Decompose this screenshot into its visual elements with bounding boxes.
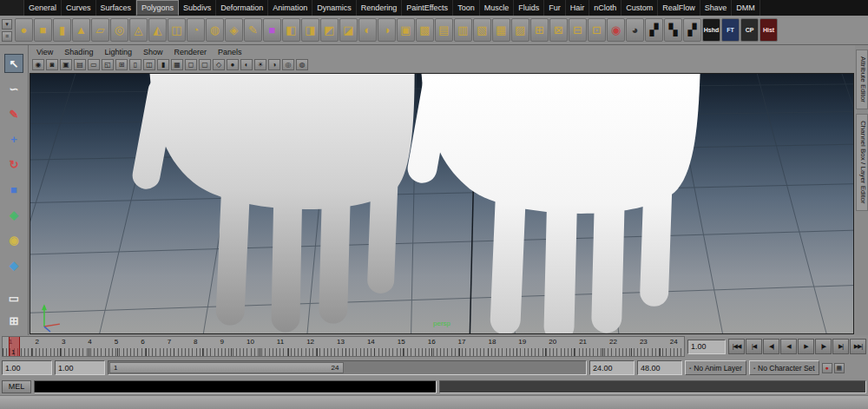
poly-helix[interactable]: ◔ xyxy=(187,18,205,42)
poly-cylinder[interactable]: ▮ xyxy=(53,18,71,42)
playback-start-field[interactable] xyxy=(55,360,105,375)
ft-button[interactable]: FT xyxy=(721,18,740,42)
tab-channel-box-layer-editor[interactable]: Channel Box / Layer Editor xyxy=(856,114,868,211)
poly-sphere[interactable]: ● xyxy=(15,18,33,42)
camera-attributes-icon[interactable]: ▣ xyxy=(60,59,72,70)
menu-tab[interactable]: Subdivs xyxy=(179,0,216,16)
insert-edge-loop[interactable]: ▦ xyxy=(492,18,510,42)
film-gate-icon[interactable]: ▯ xyxy=(129,59,141,70)
quadrangulate[interactable]: ▤ xyxy=(435,18,453,42)
playback-end-field[interactable] xyxy=(589,360,635,375)
extrude[interactable]: ⊠ xyxy=(549,18,568,42)
menu-tab[interactable]: Fur xyxy=(544,0,566,16)
uv-checker-sphere[interactable]: ◕ xyxy=(626,18,644,42)
command-line-language-button[interactable]: MEL xyxy=(2,380,31,393)
select-camera-icon[interactable]: ◉ xyxy=(32,59,44,70)
smooth[interactable]: ▣ xyxy=(397,18,415,42)
scale-tool[interactable]: ■ xyxy=(4,180,23,199)
menu-tab[interactable]: Hair xyxy=(566,0,590,16)
offset-edge-loop[interactable]: ▨ xyxy=(511,18,529,42)
wireframe-icon[interactable]: ◇ xyxy=(213,59,225,70)
shadows-icon[interactable]: ◑ xyxy=(268,59,280,70)
poly-plane[interactable]: ▱ xyxy=(91,18,109,42)
poly-platonic-solid[interactable]: ◈ xyxy=(225,18,243,42)
panel-menu-item[interactable]: Renderer xyxy=(174,48,207,56)
menu-tab[interactable]: Muscle xyxy=(480,0,515,16)
viewport-scene[interactable] xyxy=(30,74,853,333)
panel-menu-item[interactable]: Panels xyxy=(218,48,242,56)
shelf-tab-button[interactable]: ▾ xyxy=(2,19,12,30)
shelf-menu-button[interactable]: ≡ xyxy=(2,31,12,42)
menu-tab[interactable]: Toon xyxy=(453,0,480,16)
boolean-union[interactable]: ◐ xyxy=(358,18,377,42)
textured-icon[interactable]: ◐ xyxy=(240,59,253,70)
triangulate[interactable]: ▥ xyxy=(454,18,472,42)
select-tool[interactable]: ↖ xyxy=(4,54,23,73)
lights-icon[interactable]: ☀ xyxy=(254,59,266,70)
poly-pyramid[interactable]: ◭ xyxy=(148,18,167,42)
menu-tab[interactable]: DMM xyxy=(732,0,760,16)
rotate-tool[interactable]: ↻ xyxy=(4,155,23,174)
xray-icon[interactable]: ◍ xyxy=(296,59,308,70)
sculpt-geometry-tool[interactable]: ✎ xyxy=(244,18,262,42)
panel-menu-item[interactable]: Lighting xyxy=(104,48,132,56)
menu-tab[interactable]: Rendering xyxy=(357,0,403,16)
viewport-canvas[interactable]: persp xyxy=(30,73,854,334)
checker-flag-c[interactable]: ▞ xyxy=(683,18,701,42)
combine[interactable]: ◨ xyxy=(301,18,319,42)
2d-pan-zoom-icon[interactable]: ◱ xyxy=(102,59,114,70)
show-manipulator-tool[interactable]: ◆ xyxy=(4,255,23,274)
play-forward-button[interactable]: ▶ xyxy=(798,339,814,354)
resolution-gate-icon[interactable]: ◫ xyxy=(143,59,155,70)
bookmarks-icon[interactable]: ▤ xyxy=(74,59,86,70)
lasso-select-tool[interactable]: ∽ xyxy=(4,79,23,98)
range-slider[interactable]: 1 24 xyxy=(108,360,587,375)
auto-keyframe-button[interactable]: ● xyxy=(822,363,832,373)
animation-preferences-button[interactable]: ▦ xyxy=(834,363,845,373)
current-time-field[interactable] xyxy=(687,340,726,354)
layout-four-pane-button[interactable]: ⊞ xyxy=(4,311,23,330)
move-tool[interactable]: + xyxy=(4,129,23,148)
hypershade-button[interactable]: Hshd xyxy=(702,18,720,42)
menu-tab[interactable]: Deformation xyxy=(216,0,268,16)
cut-faces[interactable]: ▧ xyxy=(473,18,491,42)
animation-end-field[interactable] xyxy=(637,360,682,375)
menu-tab[interactable]: Custom xyxy=(621,0,658,16)
menu-tab[interactable]: PaintEffects xyxy=(402,0,453,16)
reduce[interactable]: ▩ xyxy=(416,18,434,42)
cp-button[interactable]: CP xyxy=(740,18,759,42)
add-divisions[interactable]: ⊞ xyxy=(530,18,549,42)
poly-soccer-ball[interactable]: ◍ xyxy=(206,18,224,42)
step-back-key-button[interactable]: |◀ xyxy=(746,339,762,354)
checker-flag-a[interactable]: ▞ xyxy=(645,18,663,42)
menu-tab[interactable]: RealFlow xyxy=(658,0,700,16)
boolean-difference[interactable]: ◑ xyxy=(378,18,396,42)
mel-input[interactable] xyxy=(34,380,437,393)
character-set-dropdown[interactable]: ▪ No Character Set xyxy=(749,360,819,375)
menu-tab[interactable]: Polygons xyxy=(136,0,179,16)
poly-cube[interactable]: ■ xyxy=(34,18,52,42)
checker-flag-b[interactable]: ▚ xyxy=(664,18,682,42)
image-plane-icon[interactable]: ▭ xyxy=(88,59,100,70)
range-slider-bar[interactable]: 1 24 xyxy=(109,362,344,373)
menu-tab[interactable]: Animation xyxy=(268,0,312,16)
mirror-geometry[interactable]: ◧ xyxy=(282,18,300,42)
isolate-select-icon[interactable]: ◎ xyxy=(282,59,294,70)
soft-mod-tool[interactable]: ◉ xyxy=(4,230,23,249)
tab-attribute-editor[interactable]: Attribute Editor xyxy=(856,49,868,109)
gate-mask-icon[interactable]: ▮ xyxy=(157,59,169,70)
poly-pipe[interactable]: ◫ xyxy=(168,18,186,42)
menu-tab[interactable]: Dynamics xyxy=(312,0,357,16)
safe-action-icon[interactable]: ◻ xyxy=(185,59,197,70)
time-slider[interactable]: 1 2 3 4 5 6 7 8 9 10 xyxy=(2,336,685,357)
hand-model-right[interactable] xyxy=(422,74,700,327)
go-to-start-button[interactable]: |◀◀ xyxy=(728,339,745,354)
menu-tab[interactable]: Curves xyxy=(62,0,96,16)
panel-menu-item[interactable]: Shading xyxy=(64,48,93,56)
append-polygon[interactable]: ⊡ xyxy=(588,18,606,42)
universal-manipulator-tool[interactable]: ◈ xyxy=(4,205,23,224)
grid-icon[interactable]: ⊞ xyxy=(115,59,128,70)
poly-cone[interactable]: ▲ xyxy=(72,18,90,42)
hand-model-left[interactable] xyxy=(147,74,415,318)
menu-tab[interactable]: General xyxy=(24,0,62,16)
